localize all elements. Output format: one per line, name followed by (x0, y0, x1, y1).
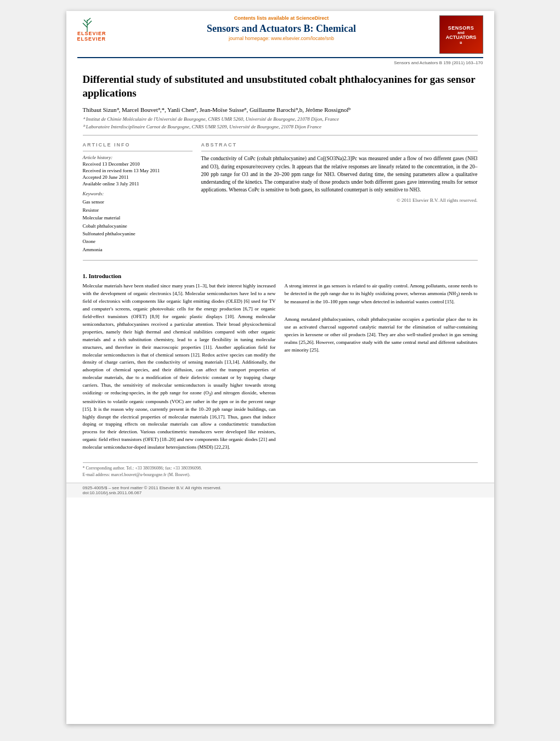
intro-text-col1: Molecular materials have been studied si… (83, 282, 276, 451)
article-info-col: ARTICLE INFO Article history: Received 1… (83, 142, 193, 253)
introduction-columns: Molecular materials have been studied si… (83, 282, 478, 451)
elsevier-brand: ELSEVIER (77, 36, 106, 42)
svg-line-4 (84, 20, 87, 23)
introduction-section: 1. Introduction Molecular materials have… (66, 264, 494, 457)
keyword-ammonia: Ammonia (83, 246, 193, 253)
intro-text-col2-p1: A strong interest in gas sensors is rela… (285, 282, 478, 306)
abstract-heading: ABSTRACT (201, 142, 478, 148)
logo-b: B (460, 41, 462, 44)
available-date: Available online 3 July 2011 (83, 181, 193, 186)
issn-line: 0925-4005/$ – see front matter © 2011 El… (83, 485, 478, 490)
keyword-ozone: Ozone (83, 237, 193, 245)
doi-line: doi:10.1016/j.snb.2011.06.067 (83, 490, 478, 495)
keyword-molecular-material: Molecular material (83, 214, 193, 222)
footnote-divider (83, 462, 478, 463)
article-info-heading: ARTICLE INFO (83, 142, 193, 148)
email-value: marcel.bouvet@u-bourgogne.fr (M. Bouvet)… (111, 472, 190, 477)
footer-bar: 0925-4005/$ – see front matter © 2011 El… (66, 483, 494, 497)
journal-header: ELSEVIER ELSEVIER Contents lists availab… (66, 11, 494, 54)
article-title: Differential study of substituted and un… (83, 73, 478, 100)
keywords-heading: Keywords: (83, 191, 193, 196)
authors: Thibaut Sizunᵃ, Marcel Bouvetᵃ,*, Yanli … (83, 106, 478, 114)
logo-sensors: SENSORS (448, 25, 474, 31)
affiliations: ᵃ Institut de Chimie Moléculaire de l'Un… (83, 116, 478, 131)
header-divider (77, 57, 483, 58)
svg-line-2 (83, 23, 87, 27)
history-label: Article history: (83, 155, 193, 160)
journal-logo-box: SENSORS and ACTUATORS B (439, 15, 483, 54)
elsevier-text: ELSEVIER (77, 31, 106, 36)
article-info-abstract: ARTICLE INFO Article history: Received 1… (66, 138, 494, 253)
svg-line-5 (87, 18, 90, 21)
intro-text-col2-p2: Among metalated phthalocyanines, cobalt … (285, 316, 478, 354)
affiliation-a: ᵃ Institut de Chimie Moléculaire de l'Un… (83, 116, 478, 123)
journal-homepage: journal homepage: www.elsevier.com/locat… (129, 36, 434, 41)
elsevier-logo-area: ELSEVIER ELSEVIER (77, 15, 124, 42)
section-number: 1. (83, 273, 87, 279)
revised-date: Received in revised form 13 May 2011 (83, 168, 193, 173)
corresponding-author-note: * Corresponding author. Tel.: +33 380396… (83, 465, 478, 472)
introduction-heading: 1. Introduction (83, 273, 478, 279)
email-note: E-mail address: marcel.bouvet@u-bourgogn… (83, 472, 478, 478)
introduction-col1: Molecular materials have been studied si… (83, 282, 276, 451)
article-title-section: Differential study of substituted and un… (66, 67, 494, 131)
received-date: Received 13 December 2010 (83, 161, 193, 167)
affiliation-b: ᵇ Laboratoire Interdisciplinaire Carnot … (83, 123, 478, 131)
logo-actuators: ACTUATORS (446, 35, 477, 40)
journal-issue: Sensors and Actuators B 159 (2011) 163–1… (66, 60, 494, 67)
keyword-cobalt-phthalocyanine: Cobalt phthalocyanine (83, 222, 193, 230)
svg-line-3 (87, 21, 92, 25)
logo-and: and (457, 31, 464, 35)
keyword-gas-sensor: Gas sensor (83, 198, 193, 206)
abstract-text: The conductivity of CoPc (cobalt phthalo… (201, 155, 478, 194)
sciencedirect-prefix: Contents lists available at (234, 15, 296, 21)
section-title: Introduction (89, 273, 122, 279)
section-divider-2 (83, 260, 478, 261)
article-info-divider (83, 151, 193, 151)
abstract-col: ABSTRACT The conductivity of CoPc (cobal… (201, 142, 478, 253)
footnotes: * Corresponding author. Tel.: +33 380396… (66, 465, 494, 478)
keyword-resistor: Resistor (83, 206, 193, 214)
homepage-link[interactable]: www.elsevier.com/locate/snb (271, 36, 334, 41)
journal-title: Sensors and Actuators B: Chemical (129, 23, 434, 35)
accepted-date: Accepted 20 June 2011 (83, 174, 193, 180)
homepage-prefix: journal homepage: (229, 36, 271, 41)
sciencedirect-info: Contents lists available at ScienceDirec… (129, 15, 434, 21)
introduction-col2: A strong interest in gas sensors is rela… (285, 282, 478, 451)
sciencedirect-link[interactable]: ScienceDirect (296, 15, 329, 21)
section-divider-1 (83, 135, 478, 135)
keyword-sulfonated-phthalocyanine: Sulfonated phthalocyanine (83, 230, 193, 237)
abstract-divider (201, 151, 478, 151)
journal-page: ELSEVIER ELSEVIER Contents lists availab… (66, 11, 494, 724)
elsevier-logo-svg: ELSEVIER (77, 15, 124, 36)
journal-title-area: Contents lists available at ScienceDirec… (124, 15, 439, 41)
copyright: © 2011 Elsevier B.V. All rights reserved… (201, 197, 478, 203)
email-label: E-mail address: (83, 472, 110, 477)
